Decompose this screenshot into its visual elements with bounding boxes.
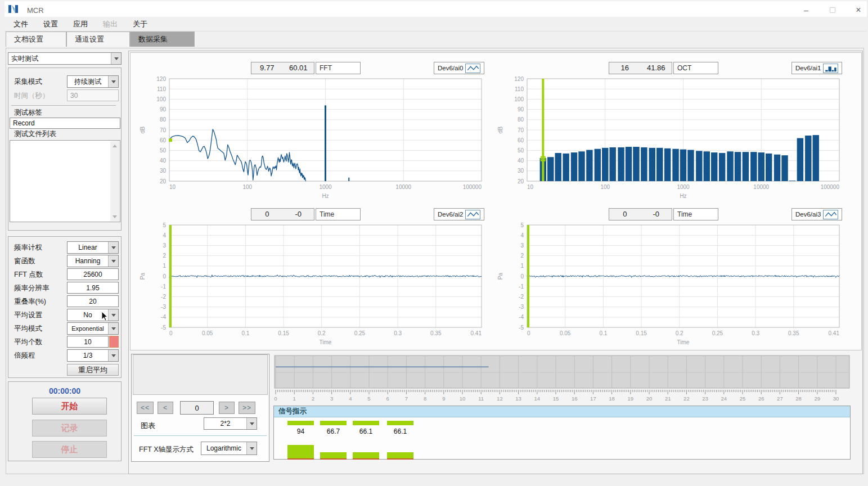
signal-led	[387, 421, 413, 425]
menu-bar: 文件 设置 应用 输出 关于	[5, 17, 867, 32]
octave-select[interactable]: 1/3	[67, 349, 119, 362]
channel-selector[interactable]: Dev6/ai1	[791, 62, 842, 74]
svg-text:17: 17	[590, 395, 596, 402]
stop-button[interactable]: 停止	[32, 441, 107, 458]
tab-data-acquisition[interactable]: 数据采集	[130, 32, 195, 47]
svg-text:40: 40	[160, 158, 167, 164]
nav-next-button[interactable]: >	[219, 402, 235, 414]
close-button[interactable]: ×	[845, 2, 868, 18]
chart-type-box: Time	[673, 208, 718, 220]
channel-selector[interactable]: Dev6/ai0	[434, 62, 484, 74]
restart-avg-button[interactable]: 重启平均	[67, 364, 119, 376]
chevron-down-icon[interactable]	[111, 53, 121, 64]
tab-channel-settings[interactable]: 通道设置	[66, 32, 130, 47]
freq-weighting-select[interactable]: Linear	[67, 241, 119, 254]
svg-text:10000: 10000	[395, 184, 411, 190]
avg-setting-select[interactable]: No	[67, 309, 119, 321]
app-logo-icon	[8, 3, 19, 15]
svg-text:21: 21	[665, 395, 671, 402]
fft-plot[interactable]: 2030405060708090100110120101001000100001…	[131, 76, 489, 199]
divider	[134, 435, 267, 436]
line-chart-icon	[465, 210, 480, 219]
svg-text:30: 30	[833, 395, 839, 402]
start-button[interactable]: 开始	[32, 398, 107, 415]
svg-text:12: 12	[497, 395, 503, 402]
svg-text:0: 0	[274, 395, 277, 402]
freq-resolution-field[interactable]	[67, 282, 119, 294]
maximize-button[interactable]	[820, 2, 845, 18]
meter-baseline	[287, 458, 314, 460]
time-plot-ai3[interactable]: -5-4-3-2-101234500.050.10.150.20.250.30.…	[489, 222, 847, 345]
window-func-label: 窗函数	[14, 256, 35, 266]
chevron-down-icon[interactable]	[108, 323, 118, 334]
line-chart-icon	[823, 210, 838, 219]
avg-count-field[interactable]	[67, 336, 109, 348]
overlap-field[interactable]	[67, 295, 119, 307]
oct-plot[interactable]: 2030405060708090100110120101001000100001…	[489, 76, 847, 199]
nav-prev-button[interactable]: <	[158, 402, 173, 414]
svg-text:3: 3	[520, 242, 524, 249]
scrollbar[interactable]	[110, 141, 119, 221]
chart-cell-time-ai2: 0-0 Time Dev6/ai2 -5-4-3-2-101234500.050…	[131, 200, 489, 345]
svg-text:11: 11	[478, 395, 484, 402]
svg-text:120: 120	[156, 76, 166, 82]
signal-indicator-panel: 信号指示 94 66.7 66.1 66.1	[273, 406, 851, 460]
avg-mode-select[interactable]: Exponential	[67, 322, 119, 335]
acq-mode-select[interactable]: 持续测试	[67, 75, 119, 88]
nav-last-button[interactable]: >>	[239, 402, 255, 414]
signal-level-value: 66.1	[353, 428, 379, 435]
menu-about[interactable]: 关于	[133, 19, 147, 29]
scroll-up-icon[interactable]	[110, 141, 119, 150]
record-button[interactable]: 记录	[32, 420, 107, 436]
menu-settings[interactable]: 设置	[43, 19, 58, 29]
time-plot-ai2[interactable]: -5-4-3-2-101234500.050.10.150.20.250.30.…	[131, 222, 489, 345]
avg-mode-label: 平均模式	[14, 324, 42, 334]
svg-text:-1: -1	[161, 284, 166, 290]
svg-text:40: 40	[518, 158, 524, 164]
menu-file[interactable]: 文件	[14, 19, 28, 29]
svg-text:0.05: 0.05	[560, 330, 571, 336]
chevron-down-icon[interactable]	[108, 242, 118, 253]
record-timeline[interactable]: 0123456789101112131415161718192021222324…	[273, 355, 851, 402]
display-panel: 9.7760.01 FFT Dev6/ai0 20304050607080901…	[128, 51, 863, 474]
chart-layout-select[interactable]: 2*2	[204, 417, 257, 430]
nav-first-button[interactable]: <<	[137, 402, 154, 414]
menu-application[interactable]: 应用	[73, 19, 88, 29]
scroll-down-icon[interactable]	[110, 212, 119, 221]
svg-text:120: 120	[514, 76, 524, 82]
chevron-down-icon[interactable]	[108, 76, 118, 87]
svg-text:10: 10	[169, 184, 176, 190]
chevron-down-icon[interactable]	[246, 442, 257, 454]
octave-label: 倍频程	[14, 351, 35, 361]
time-seconds-field[interactable]	[67, 89, 119, 101]
svg-text:24: 24	[721, 395, 727, 402]
minimize-button[interactable]: –	[793, 2, 819, 18]
svg-text:6: 6	[386, 395, 389, 402]
test-file-list[interactable]	[10, 140, 120, 222]
test-mode-select[interactable]: 实时测试	[8, 52, 122, 65]
svg-text:2: 2	[163, 253, 166, 259]
channel-selector[interactable]: Dev6/ai3	[791, 208, 842, 220]
svg-text:-4: -4	[161, 314, 166, 320]
tab-document-settings[interactable]: 文档设置	[6, 32, 66, 47]
window-func-select[interactable]: Hanning	[67, 255, 119, 267]
svg-text:27: 27	[777, 395, 783, 402]
svg-text:100: 100	[600, 184, 610, 190]
record-timeline-plot[interactable]: 0123456789101112131415161718192021222324…	[273, 355, 851, 402]
chevron-down-icon[interactable]	[108, 255, 118, 267]
chevron-down-icon[interactable]	[108, 350, 118, 361]
page-number-field[interactable]	[180, 401, 214, 415]
fft-xaxis-label: FFT X轴显示方式	[139, 445, 194, 454]
channel-selector[interactable]: Dev6/ai2	[434, 208, 484, 220]
fft-points-field[interactable]	[67, 268, 119, 280]
overlap-label: 重叠率(%)	[14, 297, 46, 307]
svg-text:5: 5	[367, 395, 370, 402]
chevron-down-icon[interactable]	[246, 418, 257, 429]
svg-text:0: 0	[163, 273, 166, 280]
svg-text:2: 2	[312, 395, 314, 402]
svg-text:-2: -2	[519, 294, 524, 300]
test-tag-field[interactable]	[10, 118, 120, 129]
svg-text:dB: dB	[140, 127, 146, 134]
fft-xaxis-select[interactable]: Logarithmic	[201, 442, 257, 455]
chevron-down-icon[interactable]	[108, 309, 118, 321]
